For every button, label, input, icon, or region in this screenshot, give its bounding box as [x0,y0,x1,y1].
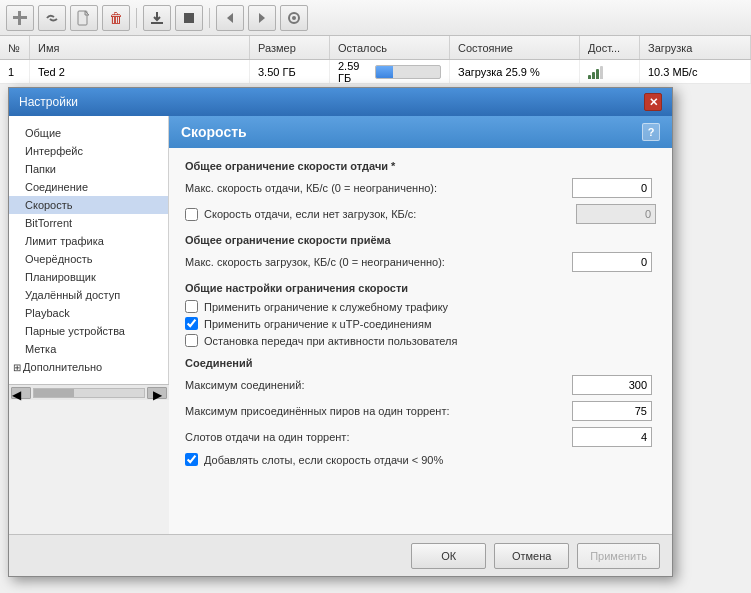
signal-bar-1 [588,75,591,79]
help-button[interactable]: ? [642,123,660,141]
input-max-download[interactable] [572,252,652,272]
input-upload-no-dl[interactable] [576,204,656,224]
label-apply-utp: Применить ограничение к uТР-соединениям [204,318,432,330]
form-row-upload-slots: Слотов отдачи на один торрент: [185,427,656,447]
content-scroll[interactable]: Общее ограничение скорости отдачи * Макс… [169,148,672,534]
scroll-left-btn[interactable]: ◀ [11,387,31,399]
next-button[interactable] [248,5,276,31]
file-button[interactable] [70,5,98,31]
progress-bar [375,65,441,79]
sidebar-item-speed[interactable]: Скорость [9,196,168,214]
label-add-slots: Добавлять слоты, если скорость отдачи < … [204,454,443,466]
expand-icon: ⊞ [13,362,21,373]
cell-left: 2.59 ГБ [330,60,450,83]
content-header: Скорость ? [169,116,672,148]
scrollbar-thumb[interactable] [34,389,74,397]
col-extra: Дост... [580,36,640,59]
sidebar-item-queue[interactable]: Очерёдность [9,250,168,268]
sidebar-item-folders[interactable]: Папки [9,160,168,178]
col-size: Размер [250,36,330,59]
settings-sidebar: Общие Интерфейс Папки Соединение Скорост… [9,116,169,384]
dialog-titlebar: Настройки ✕ [9,88,672,116]
stop-button[interactable] [175,5,203,31]
sidebar-item-remote-access[interactable]: Удалённый доступ [9,286,168,304]
cell-status: Загрузка 25.9 % [450,60,580,83]
label-max-upload: Макс. скорость отдачи, КБ/с (0 = неогран… [185,182,572,194]
load-button[interactable] [280,5,308,31]
label-apply-service: Применить ограничение к служебному трафи… [204,301,448,313]
sidebar-item-traffic-limit[interactable]: Лимит трафика [9,232,168,250]
scroll-right-btn[interactable]: ▶ [147,387,167,399]
dialog-title: Настройки [19,95,78,109]
input-max-upload[interactable] [572,178,652,198]
sidebar-item-advanced[interactable]: ⊞ Дополнительно [9,358,168,376]
sidebar-item-general[interactable]: Общие [9,124,168,142]
separator-2 [209,8,210,28]
cancel-button[interactable]: Отмена [494,543,569,569]
label-max-peers: Максимум присоединённых пиров на один то… [185,405,572,417]
cell-speed: 10.3 МБ/с [640,60,751,83]
row-add-slots: Добавлять слоты, если скорость отдачи < … [185,453,656,466]
cell-num: 1 [0,60,30,83]
col-name: Имя [30,36,250,59]
table-row[interactable]: 1 Ted 2 3.50 ГБ 2.59 ГБ Загрузка 25.9 % … [0,60,751,84]
label-upload-no-dl: Скорость отдачи, если нет загрузок, КБ/с… [204,208,416,220]
section-title-download: Общее ограничение скорости приёма [185,234,656,246]
checkbox-upload-no-dl[interactable] [185,208,198,221]
col-speed: Загрузка [640,36,751,59]
sidebar-item-interface[interactable]: Интерфейс [9,142,168,160]
checkbox-stop-on-user[interactable] [185,334,198,347]
checkbox-apply-utp[interactable] [185,317,198,330]
row-apply-utp: Применить ограничение к uТР-соединениям [185,317,656,330]
checkbox-apply-service[interactable] [185,300,198,313]
form-row-max-upload: Макс. скорость отдачи, КБ/с (0 = неогран… [185,178,656,198]
svg-rect-1 [18,11,21,25]
delete-button[interactable]: 🗑 [102,5,130,31]
cell-name: Ted 2 [30,60,250,83]
table-header: № Имя Размер Осталось Состояние Дост... … [0,36,751,60]
signal-bar-4 [600,66,603,79]
cell-left-value: 2.59 ГБ [338,60,369,84]
ok-button[interactable]: ОК [411,543,486,569]
sidebar-item-paired-devices[interactable]: Парные устройства [9,322,168,340]
sidebar-item-playback[interactable]: Playback [9,304,168,322]
row-apply-service: Применить ограничение к служебному трафи… [185,300,656,313]
signal-bar-3 [596,69,599,79]
add-button[interactable] [6,5,34,31]
dialog-footer: ОК Отмена Применить [9,534,672,576]
dialog-body: Общие Интерфейс Папки Соединение Скорост… [9,116,672,534]
row-stop-on-user: Остановка передач при активности пользов… [185,334,656,347]
svg-rect-4 [184,13,194,23]
section-title-connections: Соединений [185,357,656,369]
prev-button[interactable] [216,5,244,31]
cell-signal [580,60,640,83]
cell-size: 3.50 ГБ [250,60,330,83]
settings-dialog: Настройки ✕ Общие Интерфейс Папки Соедин… [8,87,673,577]
label-max-download: Макс. скорость загрузок, КБ/с (0 = неогр… [185,256,572,268]
sidebar-item-bittorrent[interactable]: BitTorrent [9,214,168,232]
input-max-peers[interactable] [572,401,652,421]
signal-bar-2 [592,72,595,79]
download-button[interactable] [143,5,171,31]
row-upload-no-dl: Скорость отдачи, если нет загрузок, КБ/с… [185,204,656,224]
advanced-label: Дополнительно [23,361,102,373]
progress-bar-fill [376,66,393,78]
form-row-max-connections: Максимум соединений: [185,375,656,395]
sidebar-scrollbar[interactable]: ◀ ▶ [9,384,169,400]
section-title-general-limits: Общие настройки ограничения скорости [185,282,656,294]
checkbox-add-slots[interactable] [185,453,198,466]
link-button[interactable] [38,5,66,31]
scrollbar-track[interactable] [33,388,145,398]
col-status: Состояние [450,36,580,59]
sidebar-item-connection[interactable]: Соединение [9,178,168,196]
app-window: 🗑 № Имя Размер Осталось Состояние Дост..… [0,0,751,593]
apply-button[interactable]: Применить [577,543,660,569]
signal-icon [588,65,603,79]
svg-rect-6 [292,16,296,20]
input-max-connections[interactable] [572,375,652,395]
sidebar-item-scheduler[interactable]: Планировщик [9,268,168,286]
close-button[interactable]: ✕ [644,93,662,111]
sidebar-item-mark[interactable]: Метка [9,340,168,358]
separator-1 [136,8,137,28]
input-upload-slots[interactable] [572,427,652,447]
